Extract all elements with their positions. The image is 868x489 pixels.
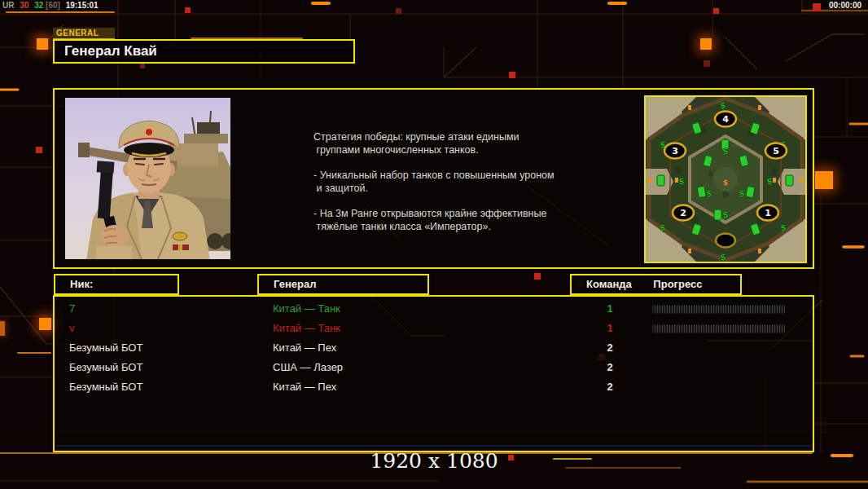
player-general: Китай — Пех — [273, 381, 336, 393]
header-nick: Ник: — [54, 274, 179, 295]
header-general: Генерал — [257, 274, 429, 295]
svg-text:4: 4 — [722, 114, 729, 125]
strategy-paragraph: Стратегия победы: крупные атаки едиными … — [313, 130, 594, 156]
svg-text:$: $ — [767, 177, 773, 186]
decor-orange-square — [0, 321, 5, 336]
header-team-progress: Команда Прогресс — [570, 274, 742, 295]
svg-text:$: $ — [660, 223, 666, 232]
decor-blue-line — [56, 445, 811, 447]
map-position-empty — [716, 234, 735, 248]
general-title-box: Генерал Квай — [53, 39, 355, 64]
map-position-1: 1 — [757, 205, 778, 221]
player-team: 2 — [602, 361, 618, 373]
player-general: США — Лазер — [273, 361, 343, 373]
map-position-3: 3 — [664, 143, 686, 159]
stat-clock: 19:15:01 — [66, 1, 99, 10]
player-progress-bar — [651, 304, 787, 315]
loading-screen: UR 30 32 [60] 19:15:01 00:00:00 GENERAL … — [0, 0, 868, 489]
svg-text:5: 5 — [773, 146, 779, 156]
player-nick: Безумный БОТ — [69, 381, 142, 393]
decor-orange-square — [37, 38, 48, 50]
gentool-stats: UR 30 32 [60] 19:15:01 — [2, 1, 102, 10]
player-general: Китай — Танк — [273, 302, 340, 315]
decor-orange-square — [815, 171, 833, 189]
map-preview-image: $ $ $ $ $ $ $ $ $ $ $ $ $ — [646, 97, 805, 262]
strategy-paragraph: - На 3м Ранге открываются крайне эффекти… — [313, 207, 594, 233]
general-strategy-text: Стратегия победы: крупные атаки едиными … — [313, 130, 594, 245]
svg-text:$: $ — [679, 177, 685, 186]
svg-text:$: $ — [707, 189, 712, 198]
page-title: Генерал Квай — [55, 41, 353, 62]
svg-text:$: $ — [781, 223, 787, 232]
header-team-label: Команда — [586, 278, 632, 290]
header-progress-label: Прогресс — [653, 278, 702, 290]
stat-token: 30 — [20, 1, 28, 10]
player-nick: Безумный БОТ — [69, 341, 142, 354]
decor-orange-square — [39, 318, 51, 330]
header-general-label: Генерал — [274, 278, 316, 290]
svg-text:2: 2 — [680, 208, 686, 218]
player-general: Китай — Танк — [273, 322, 340, 334]
general-tab: GENERAL — [53, 28, 115, 40]
player-nick: Безумный БОТ — [69, 361, 142, 373]
map-center-marker: $ — [723, 178, 728, 187]
stat-token: 32 — [34, 1, 43, 10]
map-position-4: 4 — [715, 112, 736, 127]
svg-text:3: 3 — [672, 146, 678, 156]
player-row: v Китай — Танк 1 — [55, 319, 813, 338]
player-row: Безумный БОТ Китай — Пех 2 — [55, 338, 813, 358]
player-team: 1 — [602, 322, 618, 334]
general-info-box: Стратегия победы: крупные атаки едиными … — [53, 88, 814, 269]
svg-text:$: $ — [723, 147, 729, 156]
player-team: 2 — [602, 381, 618, 393]
player-nick: 7 — [69, 302, 75, 315]
players-table: 7 Китай — Танк 1 v Китай — Танк 1 Безумн… — [53, 295, 814, 452]
match-timer: 00:00:00 — [829, 1, 861, 10]
stat-token: [60] — [46, 1, 60, 10]
decor-orange-square — [700, 38, 712, 50]
player-progress-bar — [651, 324, 787, 334]
svg-text:$: $ — [721, 101, 726, 110]
player-nick: v — [69, 322, 75, 334]
map-position-5: 5 — [765, 143, 787, 159]
general-tab-label: GENERAL — [56, 29, 99, 37]
map-position-2: 2 — [673, 205, 694, 221]
stat-token: UR — [2, 1, 14, 10]
svg-text:$: $ — [723, 210, 729, 219]
player-team: 1 — [602, 302, 618, 315]
player-general: Китай — Пех — [273, 341, 336, 354]
svg-text:$: $ — [721, 253, 726, 262]
player-row: Безумный БОТ США — Лазер 2 — [55, 358, 813, 377]
general-portrait-image — [64, 96, 232, 261]
map-preview: $ $ $ $ $ $ $ $ $ $ $ $ $ — [644, 95, 807, 263]
player-row: Безумный БОТ Китай — Пех 2 — [55, 377, 813, 397]
strategy-paragraph: - Уникальный набор танков с повышенным у… — [313, 169, 594, 195]
player-row: 7 Китай — Танк 1 — [55, 299, 813, 319]
svg-text:$: $ — [739, 189, 745, 198]
header-nick-label: Ник: — [70, 278, 93, 290]
general-portrait — [64, 96, 232, 261]
svg-text:1: 1 — [765, 208, 771, 218]
player-team: 2 — [602, 341, 618, 354]
resolution-label: 1920 x 1080 — [312, 449, 556, 473]
